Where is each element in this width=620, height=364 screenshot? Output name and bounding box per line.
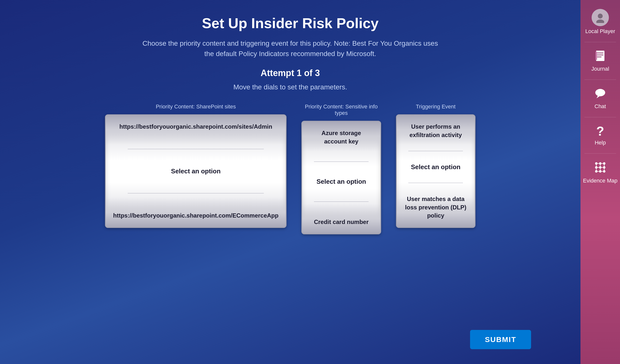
dial-2-bottom-option: Credit card number xyxy=(311,218,371,226)
svg-point-10 xyxy=(599,162,601,165)
sidebar-divider-4 xyxy=(584,153,616,154)
dial-2-top-option: Azure storage account key xyxy=(307,129,375,145)
svg-point-15 xyxy=(595,170,598,173)
svg-point-13 xyxy=(599,166,601,169)
dial-label-3: Triggering Event xyxy=(416,103,456,110)
svg-point-17 xyxy=(603,170,605,173)
sidebar-label-chat: Chat xyxy=(595,103,606,110)
dial-1-divider-top xyxy=(128,149,264,149)
attempt-label: Attempt 1 of 3 xyxy=(261,68,320,78)
dial-2-divider-bottom xyxy=(314,202,369,202)
main-content: Set Up Insider Risk Policy Choose the pr… xyxy=(0,0,580,364)
dial-card-2[interactable]: Azure storage account key Select an opti… xyxy=(301,121,381,234)
instruction-text: Move the dials to set the parameters. xyxy=(233,83,347,91)
svg-point-14 xyxy=(603,166,605,169)
svg-point-11 xyxy=(603,162,605,165)
sidebar-item-chat[interactable]: Chat xyxy=(580,83,620,114)
dial-2-divider-top xyxy=(314,162,369,162)
submit-button[interactable]: SUBMIT xyxy=(470,330,531,349)
svg-rect-6 xyxy=(596,52,597,60)
svg-rect-5 xyxy=(597,57,601,57)
page-subtitle: Choose the priority content and triggeri… xyxy=(142,38,438,59)
dial-3-bottom-option: User matches a data loss prevention (DLP… xyxy=(402,195,470,220)
dial-1-top-option: https://bestforyouorganic.sharepoint.com… xyxy=(117,122,275,131)
help-icon: ? xyxy=(596,125,604,138)
evidence-map-icon xyxy=(594,161,607,176)
dial-label-1: Priority Content: SharePoint sites xyxy=(156,103,236,110)
sidebar-divider-2 xyxy=(584,80,616,80)
sidebar-label-help: Help xyxy=(595,140,606,146)
journal-icon xyxy=(594,50,606,64)
page-title: Set Up Insider Risk Policy xyxy=(202,15,379,31)
dial-1-bottom-option: https://bestforyouorganic.sharepoint.com… xyxy=(111,211,281,220)
dial-column-triggering: Triggering Event User performs an exfilt… xyxy=(396,103,475,234)
submit-area: SUBMIT xyxy=(470,330,531,349)
dial-2-middle-option: Select an option xyxy=(316,178,366,185)
sidebar-item-help[interactable]: ? Help xyxy=(580,121,620,150)
svg-marker-8 xyxy=(597,96,600,98)
dials-container: Priority Content: SharePoint sites https… xyxy=(105,103,475,234)
dial-1-divider-bottom xyxy=(128,193,264,193)
svg-point-0 xyxy=(598,14,603,19)
avatar-icon xyxy=(592,9,609,26)
sidebar-item-evidence-map[interactable]: Evidence Map xyxy=(580,157,620,188)
sidebar-label-journal: Journal xyxy=(591,66,609,72)
svg-point-12 xyxy=(595,166,598,169)
dial-label-2: Priority Content: Sensitive info types xyxy=(301,103,381,116)
sidebar: Local Player Journal Chat ? Hel xyxy=(580,0,620,364)
svg-point-16 xyxy=(599,170,601,173)
svg-rect-2 xyxy=(596,51,604,61)
sidebar-divider-3 xyxy=(584,117,616,117)
svg-rect-3 xyxy=(597,53,603,53)
dial-3-middle-option: Select an option xyxy=(411,163,460,171)
sidebar-item-local-player[interactable]: Local Player xyxy=(580,5,620,39)
svg-rect-4 xyxy=(597,55,603,55)
sidebar-label-evidence-map: Evidence Map xyxy=(583,178,617,184)
svg-point-1 xyxy=(596,20,604,23)
svg-point-9 xyxy=(595,162,598,165)
chat-icon xyxy=(594,87,606,101)
svg-point-7 xyxy=(595,89,605,96)
dial-card-1[interactable]: https://bestforyouorganic.sharepoint.com… xyxy=(105,114,287,228)
dial-column-sensitive: Priority Content: Sensitive info types A… xyxy=(301,103,381,234)
sidebar-label-local-player: Local Player xyxy=(585,28,615,35)
sidebar-divider-1 xyxy=(584,42,616,42)
dial-card-3[interactable]: User performs an exfiltration activity S… xyxy=(396,114,475,228)
dial-3-divider-bottom xyxy=(408,183,463,183)
sidebar-item-journal[interactable]: Journal xyxy=(580,46,620,76)
dial-3-divider-top xyxy=(408,151,463,151)
dial-1-middle-option: Select an option xyxy=(171,167,221,175)
dial-3-top-option: User performs an exfiltration activity xyxy=(402,122,470,139)
dial-column-sharepoint: Priority Content: SharePoint sites https… xyxy=(105,103,287,234)
